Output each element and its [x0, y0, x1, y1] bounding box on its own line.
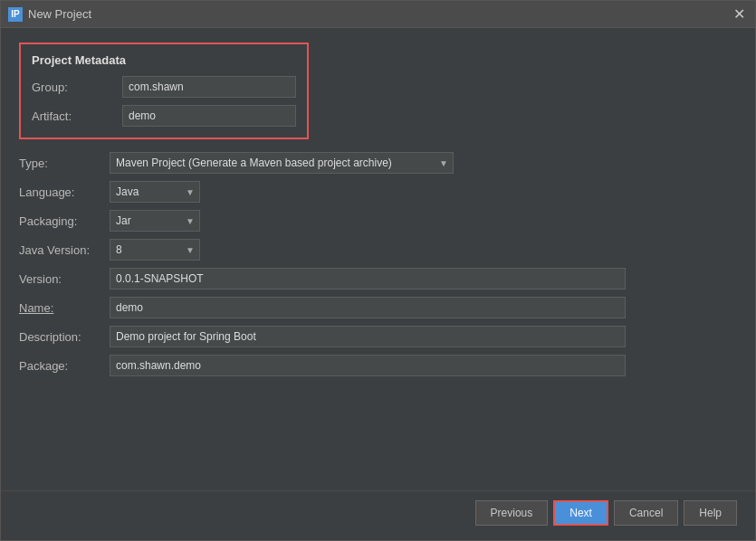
language-row: Language: Java Kotlin Groovy ▼ [19, 181, 737, 203]
type-select[interactable]: Maven Project (Generate a Maven based pr… [110, 152, 454, 174]
type-select-wrapper: Maven Project (Generate a Maven based pr… [110, 152, 454, 174]
package-row: Package: [19, 355, 737, 376]
packaging-select[interactable]: Jar War [110, 210, 200, 232]
packaging-row: Packaging: Jar War ▼ [19, 210, 737, 232]
java-version-select[interactable]: 8 11 17 [110, 239, 200, 261]
description-input[interactable] [110, 326, 626, 347]
title-bar: IP New Project ✕ [1, 1, 755, 28]
type-label: Type: [19, 157, 110, 170]
artifact-row: Artifact: [32, 105, 296, 127]
next-button[interactable]: Next [553, 500, 608, 526]
dialog-footer: Previous Next Cancel Help [1, 490, 755, 540]
metadata-section: Project Metadata Group: Artifact: [19, 43, 309, 139]
dialog-content: Project Metadata Group: Artifact: Type: … [1, 28, 755, 490]
artifact-input[interactable] [122, 105, 296, 127]
java-version-row: Java Version: 8 11 17 ▼ [19, 239, 737, 261]
version-label: Version: [19, 272, 110, 286]
packaging-select-wrapper: Jar War ▼ [110, 210, 200, 232]
new-project-dialog: IP New Project ✕ Project Metadata Group:… [0, 0, 756, 541]
packaging-label: Packaging: [19, 214, 110, 228]
description-label: Description: [19, 330, 110, 344]
version-input[interactable] [110, 268, 626, 289]
group-input[interactable] [122, 76, 296, 98]
java-version-select-wrapper: 8 11 17 ▼ [110, 239, 200, 261]
java-version-label: Java Version: [19, 243, 110, 257]
version-row: Version: [19, 268, 737, 289]
previous-button[interactable]: Previous [475, 500, 549, 526]
package-label: Package: [19, 359, 110, 373]
dialog-icon: IP [8, 7, 23, 22]
title-bar-left: IP New Project [8, 7, 91, 22]
name-row: Name: [19, 297, 737, 318]
cancel-button[interactable]: Cancel [614, 500, 678, 526]
dialog-title: New Project [28, 7, 91, 21]
package-input[interactable] [110, 355, 626, 376]
group-row: Group: [32, 76, 296, 98]
close-button[interactable]: ✕ [730, 5, 748, 24]
language-label: Language: [19, 185, 110, 199]
spacer [19, 384, 737, 438]
description-row: Description: [19, 326, 737, 347]
language-select-wrapper: Java Kotlin Groovy ▼ [110, 181, 200, 203]
name-input[interactable] [110, 297, 626, 318]
artifact-label: Artifact: [32, 109, 122, 123]
metadata-title: Project Metadata [32, 53, 296, 67]
help-button[interactable]: Help [684, 500, 737, 526]
type-row: Type: Maven Project (Generate a Maven ba… [19, 152, 737, 174]
group-label: Group: [32, 81, 122, 94]
language-select[interactable]: Java Kotlin Groovy [110, 181, 200, 203]
name-label: Name: [19, 301, 110, 315]
